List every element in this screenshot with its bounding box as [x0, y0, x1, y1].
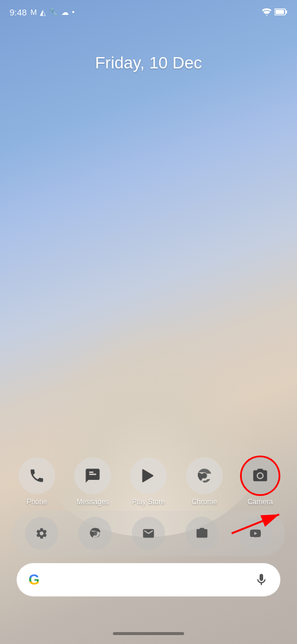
svg-rect-1 [286, 10, 287, 13]
dock-chromium[interactable] [78, 517, 112, 550]
dock-gmail[interactable] [132, 517, 165, 550]
battery-icon [274, 8, 287, 15]
camera-icon [252, 467, 268, 484]
messages-label: Messages [77, 498, 109, 506]
settings-icon [35, 527, 48, 540]
youtube-icon [249, 527, 262, 540]
gmail-notification-icon: M [30, 8, 37, 17]
phone-label: Phone [27, 498, 48, 506]
app-chrome[interactable]: Chrome [181, 457, 228, 506]
camera-icon-bg[interactable] [242, 457, 279, 494]
app-messages[interactable]: Messages [69, 457, 116, 506]
cloud-notification-icon: ☁ [61, 8, 69, 17]
messages-icon-bg[interactable] [74, 457, 111, 494]
dock-camera-icon [195, 527, 208, 540]
gmail-icon [142, 527, 155, 540]
tools-notification-icon: 🔧 [49, 8, 58, 17]
status-left: 9:48 M ◭ 🔧 ☁ • [10, 7, 75, 17]
phone-icon-bg[interactable] [18, 457, 55, 494]
chrome-label: Chrome [192, 498, 217, 506]
status-right-icons [262, 8, 287, 15]
camera-label: Camera [248, 498, 273, 506]
dock-settings[interactable] [25, 517, 58, 550]
dock-youtube[interactable] [239, 517, 272, 550]
status-bar: 9:48 M ◭ 🔧 ☁ • [0, 0, 297, 24]
app-playstore[interactable]: Play Store [125, 457, 172, 506]
chromium-icon [89, 527, 102, 540]
main-app-row: Phone Messages Play Store [6, 457, 291, 506]
status-notification-icons: M ◭ 🔧 ☁ • [30, 8, 74, 17]
playstore-label: Play Store [132, 498, 165, 506]
dock-camera[interactable] [185, 517, 219, 550]
maps-notification-icon: ◭ [40, 8, 46, 17]
wifi-icon [262, 8, 271, 15]
date-display: Friday, 10 Dec [0, 54, 297, 73]
dock-row [12, 511, 285, 556]
chrome-icon-bg[interactable] [186, 457, 223, 494]
google-logo: G [29, 571, 40, 588]
nav-bar-indicator [113, 632, 184, 635]
app-camera[interactable]: Camera [236, 457, 284, 506]
messages-icon [84, 467, 101, 484]
dot-icon: • [72, 8, 75, 17]
dock-area: Phone Messages Play Store [0, 457, 297, 596]
search-bar[interactable]: G [17, 563, 280, 596]
microphone-icon[interactable] [254, 573, 268, 587]
phone-icon [29, 467, 45, 484]
app-phone[interactable]: Phone [13, 457, 61, 506]
svg-rect-2 [276, 10, 284, 14]
playstore-icon-bg[interactable] [130, 457, 167, 494]
playstore-icon [140, 467, 157, 484]
chrome-icon [196, 467, 213, 484]
status-time: 9:48 [10, 7, 27, 17]
